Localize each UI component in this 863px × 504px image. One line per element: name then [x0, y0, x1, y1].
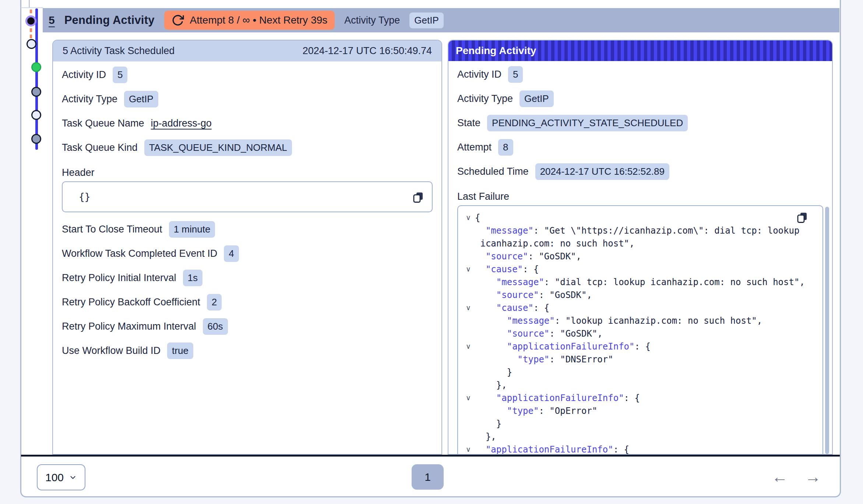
code-line: }: [462, 417, 815, 430]
code-line: ∨ "cause": {: [462, 301, 815, 314]
code-line: },: [462, 430, 815, 443]
bottom-separator: [21, 455, 840, 457]
page-1-button[interactable]: 1: [412, 464, 444, 490]
page-number: 1: [425, 471, 431, 483]
event-card-body: Activity ID5Activity TypeGetIPTask Queue…: [53, 61, 441, 359]
event-id-link[interactable]: 5: [49, 14, 55, 26]
field-value-badge: 8: [498, 139, 513, 156]
field-label: Task Queue Kind: [62, 142, 138, 153]
timeline-dot: [31, 110, 41, 120]
field-value-badge: PENDING_ACTIVITY_STATE_SCHEDULED: [487, 115, 688, 131]
collapse-chevron-icon[interactable]: ∨: [462, 265, 475, 273]
code-text: {: [475, 213, 480, 223]
code-line: "source": "GoSDK",: [462, 250, 815, 263]
field-label: Workflow Task Completed Event ID: [62, 248, 217, 259]
code-line: "message": "Get \"https://icanhazip.com\…: [462, 224, 815, 237]
timeline-dot: [31, 87, 41, 97]
event-card-header: 5 Activity Task Scheduled 2024-12-17 UTC…: [53, 40, 441, 61]
field-row-activity-id: Activity ID5: [62, 67, 433, 83]
field-label: Activity ID: [457, 69, 501, 80]
scrollbar[interactable]: [825, 207, 829, 454]
field-row-task-queue-name: Task Queue Nameip-address-go: [62, 115, 433, 131]
page-size-select[interactable]: 100: [37, 464, 85, 490]
retry-badge-text: Attempt 8 / ∞ • Next Retry 39s: [190, 14, 328, 26]
code-text: "applicationFailureInfo": {: [475, 393, 640, 403]
code-line: "source": "GoSDK",: [462, 327, 815, 340]
page-size-value: 100: [45, 471, 64, 484]
code-text: "message": "Get \"https://icanhazip.com\…: [475, 226, 799, 236]
field-value-badge: 5: [113, 67, 127, 83]
field-row-retry-policy-initial-interval: Retry Policy Initial Interval1s: [62, 270, 433, 286]
timeline-dot-started: [31, 62, 41, 72]
timeline-line: [35, 8, 38, 150]
task-queue-link[interactable]: ip-address-go: [151, 118, 212, 129]
field-row-use-workflow-build-id: Use Workflow Build IDtrue: [62, 342, 433, 359]
prev-page-button[interactable]: ←: [769, 466, 791, 487]
code-line: ∨ "applicationFailureInfo": {: [462, 391, 815, 404]
collapse-chevron-icon[interactable]: ∨: [462, 394, 475, 402]
copy-button[interactable]: [796, 211, 809, 226]
code-line: },: [462, 379, 815, 391]
field-row-activity-id: Activity ID5: [457, 66, 823, 82]
row-separator: [21, 7, 43, 8]
field-label: Retry Policy Maximum Interval: [62, 321, 196, 332]
retry-badge: Attempt 8 / ∞ • Next Retry 39s: [164, 11, 335, 30]
pending-card-title: Pending Activity: [456, 45, 536, 57]
next-page-button[interactable]: →: [802, 466, 824, 487]
code-text: },: [475, 380, 507, 390]
field-row-activity-type: Activity TypeGetIP: [457, 90, 823, 107]
arrow-right-icon: →: [805, 468, 821, 486]
code-text: }: [475, 367, 512, 377]
copy-icon: [796, 211, 809, 224]
event-title: Pending Activity: [64, 14, 155, 27]
page: 5 Pending Activity Attempt 8 / ∞ • Next …: [0, 0, 863, 504]
code-line: icanhazip.com: no such host",: [462, 237, 815, 250]
last-failure-code-box: ∨{ "message": "Get \"https://icanhazip.c…: [457, 205, 823, 455]
collapse-chevron-icon[interactable]: ∨: [462, 304, 475, 312]
code-text: "cause": {: [475, 303, 549, 313]
field-row-start-to-close-timeout: Start To Close Timeout1 minute: [62, 221, 433, 237]
header-section-label: Header: [62, 164, 433, 178]
last-failure-json: ∨{ "message": "Get \"https://icanhazip.c…: [462, 211, 815, 455]
collapse-chevron-icon[interactable]: ∨: [462, 445, 475, 454]
field-label: Retry Policy Backoff Coefficient: [62, 297, 200, 308]
event-fields-after: Start To Close Timeout1 minuteWorkflow T…: [62, 221, 433, 359]
code-line: }: [462, 366, 815, 379]
pending-card-body: Activity ID5Activity TypeGetIPStatePENDI…: [448, 61, 832, 455]
collapse-chevron-icon[interactable]: ∨: [462, 342, 475, 351]
code-text: "applicationFailureInfo": {: [475, 341, 651, 352]
code-text: "type": "DNSError": [475, 354, 613, 365]
code-text: icanhazip.com: no such host",: [475, 238, 634, 249]
code-line: ∨{: [462, 211, 815, 224]
event-fields: Activity ID5Activity TypeGetIPTask Queue…: [62, 67, 433, 156]
pending-fields: Activity ID5Activity TypeGetIPStatePENDI…: [457, 66, 823, 180]
code-text: "source": "GoSDK",: [475, 329, 603, 339]
code-text: "source": "GoSDK",: [475, 251, 581, 262]
code-text: }: [475, 419, 501, 429]
code-text: },: [475, 432, 496, 442]
field-label: State: [457, 117, 480, 129]
code-line: ∨ "cause": {: [462, 263, 815, 276]
field-label: Use Workflow Build ID: [62, 345, 161, 356]
collapse-chevron-icon[interactable]: ∨: [462, 213, 475, 222]
activity-type-label: Activity Type: [344, 15, 400, 26]
chevron-down-icon: [69, 473, 77, 482]
field-value-badge: 2024-12-17 UTC 16:52:52.89: [535, 163, 669, 180]
last-failure-label: Last Failure: [457, 188, 823, 202]
field-label: Attempt: [457, 142, 492, 153]
event-summary-row[interactable]: 5 Pending Activity Attempt 8 / ∞ • Next …: [43, 8, 839, 32]
timeline-dot-scheduled: [27, 39, 36, 49]
field-label: Start To Close Timeout: [62, 224, 162, 235]
field-value-badge: 1 minute: [169, 221, 215, 238]
field-value-badge: true: [167, 342, 193, 359]
previous-row-edge: [29, 0, 30, 7]
copy-button[interactable]: [412, 191, 425, 206]
code-text: "applicationFailureInfo": {: [475, 444, 629, 455]
field-value-badge: 4: [224, 245, 239, 262]
code-text: "cause": {: [475, 264, 539, 274]
field-row-scheduled-time: Scheduled Time2024-12-17 UTC 16:52:52.89: [457, 163, 823, 180]
code-text: "source": "GoSDK",: [475, 290, 592, 300]
code-text: "message": "dial tcp: lookup icanhazip.c…: [475, 277, 805, 287]
header-code-box: {}: [62, 181, 433, 212]
field-row-retry-policy-backoff-coefficient: Retry Policy Backoff Coefficient2: [62, 294, 433, 310]
